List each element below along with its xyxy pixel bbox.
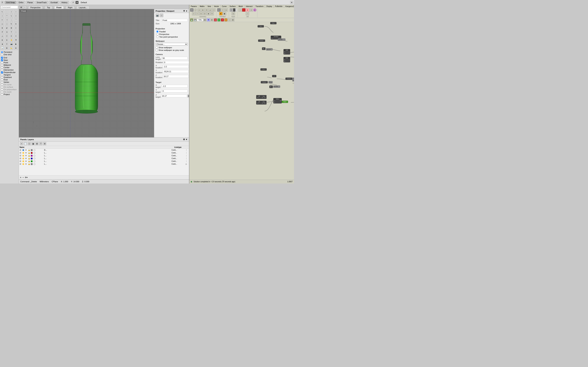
- ortho-button[interactable]: Ortho: [17, 1, 25, 4]
- render-tool[interactable]: ▶: [14, 42, 18, 46]
- smart-track-button[interactable]: SmartTrack: [35, 1, 48, 4]
- loft-tool[interactable]: ≋: [14, 22, 18, 26]
- gh-sphere-icon[interactable]: ●: [201, 8, 205, 12]
- curve-tool[interactable]: ~: [14, 10, 18, 14]
- z-target-input[interactable]: [161, 95, 187, 97]
- gh-map-icon[interactable]: ▦: [223, 12, 226, 15]
- knot-snap[interactable]: Knot: [1, 79, 18, 81]
- gh-input-icon[interactable]: ▷: [225, 8, 228, 12]
- zoom-out-tool[interactable]: ⊖: [5, 38, 9, 42]
- gh-node-bas[interactable]: Bas: [270, 22, 277, 24]
- on-mesh-checkbox[interactable]: [1, 91, 3, 93]
- gh-tab-kangaroo2[interactable]: Kangaroo2: [284, 5, 294, 8]
- lens-length-input[interactable]: [162, 57, 188, 60]
- gh-orange-icon[interactable]: ●: [224, 18, 227, 22]
- gumball2-tool[interactable]: ⊕: [14, 46, 18, 50]
- gh-right-arrow-icon[interactable]: →: [228, 18, 231, 22]
- layer-more-icon[interactable]: ⋮: [185, 158, 188, 159]
- tab-perspective[interactable]: Perspective: [28, 6, 43, 9]
- split-tool[interactable]: ⊣: [5, 18, 9, 22]
- point-tool[interactable]: ·: [5, 10, 9, 14]
- gh-tab-curve[interactable]: Curve: [221, 5, 228, 8]
- layer-tool[interactable]: ≡: [14, 34, 18, 38]
- gh-node-factor1[interactable]: Factor: [258, 40, 265, 42]
- intersection-snap[interactable]: Intersection: [1, 69, 18, 71]
- two-point-radio[interactable]: [156, 36, 159, 38]
- gh-arrow-right-icon[interactable]: →: [238, 8, 242, 12]
- sidebar-toggle-icon[interactable]: ☰: [1, 1, 4, 4]
- gh-frame-icon[interactable]: ⊞: [203, 18, 207, 22]
- gh-red2-icon[interactable]: ✕: [221, 18, 224, 22]
- gh-red-icon[interactable]: !: [242, 8, 245, 12]
- freeform-tool[interactable]: ∿: [9, 14, 13, 18]
- on-surface-snap[interactable]: On surface: [1, 86, 18, 88]
- revolve-tool[interactable]: ↻: [9, 22, 13, 26]
- project-snap[interactable]: Project: [1, 93, 18, 95]
- select-tool[interactable]: ↖: [0, 10, 4, 14]
- gh-node-vec[interactable]: Vec: [258, 25, 264, 27]
- layer-monitor-icon[interactable]: 🖥: [35, 142, 38, 145]
- snap-tool[interactable]: ⊙: [9, 34, 13, 38]
- one-shot-radio[interactable]: [1, 54, 3, 56]
- mesh2-tool[interactable]: ⬡: [5, 34, 9, 38]
- tab-right[interactable]: Right: [66, 6, 75, 9]
- one-shot-option[interactable]: One shot: [1, 53, 18, 56]
- y-target-input[interactable]: [162, 90, 188, 92]
- layer-row[interactable]: ☑ ☀ 🔓 L... Conti... ◇: [19, 163, 189, 166]
- x-target-input[interactable]: [162, 85, 188, 88]
- layer-help-icon[interactable]: ?: [39, 142, 42, 145]
- stop-icon[interactable]: ■: [75, 1, 78, 4]
- properties-menu-icon[interactable]: ▼: [186, 10, 188, 12]
- viewport-single-icon[interactable]: □: [23, 6, 26, 9]
- gh-sphere2-icon[interactable]: ●: [253, 8, 257, 12]
- gh-eye-icon[interactable]: 👁: [207, 18, 210, 22]
- gh-line-icon[interactable]: /: [192, 12, 196, 15]
- persistent-radio[interactable]: [1, 51, 3, 53]
- perspective-radio[interactable]: [156, 33, 159, 35]
- light-tool[interactable]: ☀: [5, 42, 9, 46]
- gh-node-asb1[interactable]: AsB A · B ·: [284, 49, 290, 55]
- parallel-radio[interactable]: [156, 30, 159, 33]
- dim-tool[interactable]: ↔: [14, 30, 18, 34]
- gh-param-icon[interactable]: ⬚: [212, 8, 216, 12]
- gh-tab-transform[interactable]: Transform: [254, 5, 265, 8]
- gh-arrow-right3-icon[interactable]: →: [246, 12, 249, 15]
- gh-node-n3[interactable]: N: [272, 75, 276, 77]
- midpoint-snap[interactable]: Midpoint: [1, 64, 18, 66]
- gh-node-20[interactable]: 20 ●: [268, 81, 273, 83]
- intersection-checkbox[interactable]: [1, 69, 3, 71]
- gh-tab-mesh[interactable]: Mesh: [237, 5, 244, 8]
- point-checkbox[interactable]: [1, 62, 3, 64]
- gh-tab-surface[interactable]: Surface: [228, 5, 237, 8]
- gh-circle-geo-icon[interactable]: ○: [194, 8, 197, 12]
- quadrant-snap[interactable]: Quadrant: [1, 76, 18, 78]
- camera-tool[interactable]: 📷: [9, 42, 13, 46]
- view-tool[interactable]: 👁: [14, 38, 18, 42]
- layout-icon[interactable]: ⊞: [290, 1, 293, 4]
- circle-tool[interactable]: ○: [0, 14, 4, 18]
- layer-add-icon[interactable]: +: [20, 142, 23, 145]
- perpendicular-snap[interactable]: Perpendicular: [1, 71, 18, 73]
- point-snap[interactable]: Point: [1, 61, 18, 64]
- tab-layouts[interactable]: Layouts...: [77, 6, 89, 9]
- gh-warn-icon[interactable]: ⚠: [214, 18, 217, 22]
- gh-node-sillion[interactable]: Sillion G ·· M S ·: [273, 98, 282, 103]
- trim-tool[interactable]: ✂: [0, 18, 4, 22]
- layer-more-icon[interactable]: ⋮: [185, 149, 188, 151]
- gh-tab-pufferfish[interactable]: Pufferfish: [274, 5, 284, 8]
- gh-bool-icon[interactable]: ◈: [207, 12, 210, 15]
- layer-add-bottom-icon[interactable]: +: [20, 176, 21, 179]
- gh-tab-sets[interactable]: Sets: [206, 5, 213, 8]
- gh-node-crv2[interactable]: Crv: [260, 68, 267, 71]
- gh-node-cap1[interactable]: Cap G ·· G: [261, 95, 267, 99]
- gh-node-cap2[interactable]: Cap G ·· G: [261, 101, 267, 105]
- layer-settings-bottom-icon[interactable]: ⚙▾: [25, 176, 28, 179]
- gh-text-icon[interactable]: T: [210, 12, 214, 15]
- layer-table-icon[interactable]: ▦: [32, 142, 35, 145]
- layers-gear-icon[interactable]: ⚙ ▼: [183, 138, 188, 141]
- gh-curve-icon[interactable]: ~: [196, 12, 199, 15]
- layer-row[interactable]: ☑ ☀ 🔓 L... Conti... ⋮: [19, 151, 189, 154]
- near-snap[interactable]: Near: [1, 59, 18, 61]
- gh-node-0250[interactable]: ●0.250: [273, 85, 280, 88]
- vertex-checkbox[interactable]: [1, 81, 3, 83]
